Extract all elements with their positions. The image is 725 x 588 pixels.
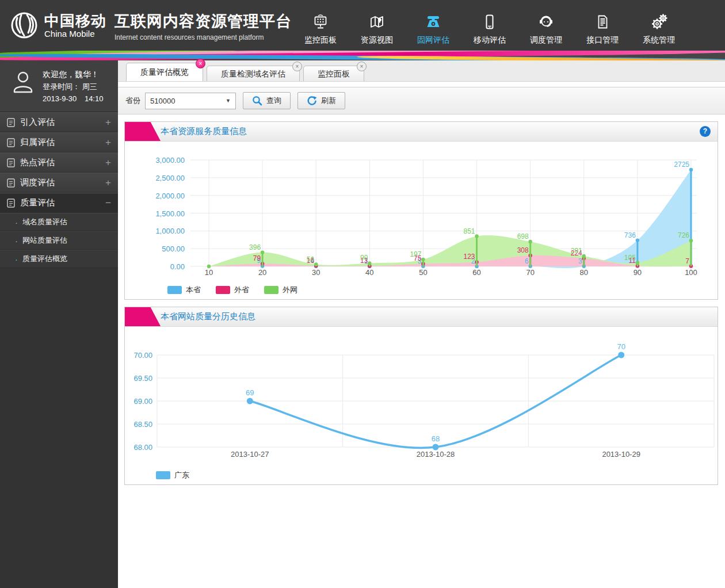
document-icon bbox=[7, 118, 15, 127]
svg-text:105: 105 bbox=[624, 254, 636, 262]
legend-item-0[interactable]: 本省 bbox=[167, 285, 201, 295]
filter-bar: 省份 510000 ▼ 查询 刷新 bbox=[118, 87, 725, 114]
brand-name-en: China Mobile bbox=[44, 29, 106, 39]
operator-icon bbox=[518, 12, 574, 32]
nav-item-4[interactable]: 调度管理 bbox=[518, 6, 574, 45]
sidebar-subitem-4-2[interactable]: · 质量评估概览 bbox=[0, 250, 118, 268]
svg-text:90: 90 bbox=[360, 254, 368, 262]
app-title-en: Internet content resources management pl… bbox=[115, 33, 292, 41]
svg-text:851: 851 bbox=[464, 227, 475, 235]
line-chart-site-quality: 68.0068.5069.0069.5070.002013-10-272013-… bbox=[125, 327, 717, 466]
panel-title: 本省网站质量分历史信息 bbox=[161, 311, 255, 322]
nav-item-0[interactable]: 监控面板 bbox=[292, 6, 349, 45]
svg-text:68.50: 68.50 bbox=[133, 420, 152, 429]
legend-swatch bbox=[156, 471, 170, 479]
svg-text:50: 50 bbox=[419, 268, 427, 277]
tab-0[interactable]: 质量评估概览 × bbox=[126, 63, 203, 81]
sidebar-menu: 引入评估 + 归属评估 + 热点评估 + 调度评估 + 质量评估 −· 域名质量… bbox=[0, 112, 118, 268]
svg-text:69.00: 69.00 bbox=[133, 397, 152, 406]
svg-text:100: 100 bbox=[685, 268, 697, 277]
nav-item-5[interactable]: 接口管理 bbox=[574, 6, 631, 45]
refresh-button[interactable]: 刷新 bbox=[297, 92, 345, 109]
decorative-ribbon bbox=[0, 51, 725, 60]
close-icon[interactable]: × bbox=[357, 62, 367, 71]
phone-icon bbox=[405, 12, 461, 32]
svg-text:69: 69 bbox=[246, 388, 254, 397]
login-date: 2013-9-30 bbox=[43, 94, 77, 103]
legend-label: 外网 bbox=[283, 285, 297, 295]
legend-swatch bbox=[264, 286, 278, 294]
nav-item-label: 监控面板 bbox=[292, 35, 349, 45]
expand-icon: + bbox=[105, 177, 111, 189]
svg-text:10: 10 bbox=[205, 268, 213, 277]
svg-text:6: 6 bbox=[525, 257, 529, 265]
user-info-box: 欢迎您，魏华！ 登录时间： 周三 2013-9-30 14:10 bbox=[0, 60, 118, 112]
legend-label: 广东 bbox=[174, 470, 189, 480]
refresh-button-label: 刷新 bbox=[321, 96, 336, 106]
nav-item-1[interactable]: 资源视图 bbox=[349, 6, 405, 45]
panel-flag-decoration bbox=[125, 122, 161, 141]
document-icon bbox=[7, 158, 15, 167]
nav-item-3[interactable]: 移动评估 bbox=[461, 6, 518, 45]
tab-label: 质量评估概览 bbox=[140, 67, 189, 77]
chart2-legend: 广东 bbox=[156, 466, 718, 484]
svg-text:2725: 2725 bbox=[674, 161, 689, 169]
legend-item-2[interactable]: 外网 bbox=[264, 285, 297, 295]
brand: 中国移动 China Mobile bbox=[0, 10, 106, 40]
close-icon[interactable]: × bbox=[196, 59, 205, 68]
legend-swatch bbox=[216, 286, 230, 294]
bullet-icon: · bbox=[15, 254, 18, 264]
refresh-icon bbox=[307, 96, 317, 106]
tab-label: 监控面板 bbox=[318, 69, 350, 78]
sidebar-item-label: 质量评估 bbox=[20, 197, 55, 208]
query-button[interactable]: 查询 bbox=[243, 92, 291, 109]
close-icon[interactable]: × bbox=[292, 62, 302, 71]
svg-text:0.00: 0.00 bbox=[170, 262, 185, 271]
svg-text:2013-10-28: 2013-10-28 bbox=[417, 450, 455, 459]
sidebar-item-4[interactable]: 质量评估 − bbox=[0, 193, 118, 213]
sidebar-subitem-label: 网站质量评估 bbox=[22, 235, 67, 246]
mobile-icon bbox=[461, 12, 518, 32]
svg-text:3,000.00: 3,000.00 bbox=[155, 156, 185, 165]
legend-item-1[interactable]: 外省 bbox=[216, 285, 249, 295]
svg-text:56: 56 bbox=[307, 255, 315, 264]
tab-2[interactable]: 监控面板 × bbox=[303, 66, 364, 81]
sidebar-subitem-4-1[interactable]: · 网站质量评估 bbox=[0, 231, 118, 250]
svg-text:40: 40 bbox=[365, 268, 373, 277]
nav-item-2[interactable]: 固网评估 bbox=[405, 6, 461, 45]
page: 中国移动 China Mobile 互联网内容资源管理平台 Internet c… bbox=[0, 0, 725, 588]
user-avatar-icon bbox=[9, 68, 37, 96]
tab-1[interactable]: 质量检测域名评估 × bbox=[207, 66, 300, 81]
legend-item-0[interactable]: 广东 bbox=[156, 470, 189, 480]
svg-text:500.00: 500.00 bbox=[162, 245, 185, 253]
sidebar-item-3[interactable]: 调度评估 + bbox=[0, 173, 118, 193]
document-icon bbox=[7, 178, 15, 188]
svg-text:1,000.00: 1,000.00 bbox=[155, 227, 185, 235]
svg-text:2013-10-29: 2013-10-29 bbox=[602, 450, 640, 459]
svg-text:70: 70 bbox=[526, 268, 534, 277]
province-select[interactable]: 510000 ▼ bbox=[145, 93, 236, 109]
svg-text:308: 308 bbox=[517, 246, 529, 254]
sidebar-item-1[interactable]: 归属评估 + bbox=[0, 132, 118, 152]
svg-text:30: 30 bbox=[312, 268, 320, 277]
expand-icon: + bbox=[105, 157, 111, 169]
help-icon[interactable]: ? bbox=[700, 126, 711, 137]
legend-label: 外省 bbox=[234, 285, 249, 295]
sidebar-item-2[interactable]: 热点评估 + bbox=[0, 152, 118, 173]
bullet-icon: · bbox=[15, 217, 18, 227]
panel-title: 本省资源服务质量信息 bbox=[161, 126, 247, 137]
svg-text:123: 123 bbox=[464, 253, 475, 261]
legend-swatch bbox=[167, 286, 182, 294]
area-chart-resource-quality: 0.00500.001,000.001,500.002,000.002,500.… bbox=[125, 142, 717, 281]
china-mobile-logo-icon bbox=[9, 10, 39, 40]
search-icon bbox=[252, 96, 262, 106]
login-time-row: 登录时间： 周三 bbox=[43, 81, 109, 93]
svg-text:80: 80 bbox=[580, 268, 588, 277]
sidebar-item-label: 引入评估 bbox=[20, 117, 55, 128]
main-content: 质量评估概览 ×质量检测域名评估 ×监控面板 × 省份 510000 ▼ 查询 bbox=[118, 60, 725, 485]
sidebar-item-label: 热点评估 bbox=[20, 157, 55, 168]
expand-icon: + bbox=[105, 117, 111, 128]
sidebar-subitem-4-0[interactable]: · 域名质量评估 bbox=[0, 213, 118, 231]
sidebar-item-0[interactable]: 引入评估 + bbox=[0, 112, 118, 132]
nav-item-6[interactable]: 系统管理 bbox=[631, 6, 687, 45]
